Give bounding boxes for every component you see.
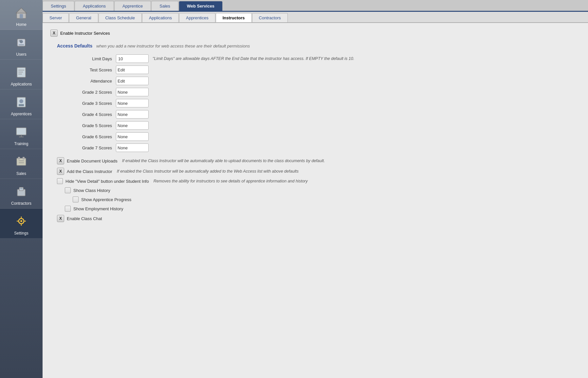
sub-tab-applications-sub-tab[interactable]: Applications — [142, 13, 179, 22]
form-select-grade6-scores[interactable]: NoneViewEdit — [116, 132, 149, 141]
enable-instructor-checkbox[interactable]: X — [50, 29, 58, 37]
form-section: Limit Days"Limit Days" are allowable day… — [50, 54, 580, 152]
svg-point-27 — [20, 220, 22, 222]
checkbox-enable-class-chat[interactable]: X — [57, 215, 64, 222]
top-tab-bar: SettingsApplicationsApprenticeSalesWeb S… — [43, 0, 588, 12]
settings-icon — [13, 213, 30, 230]
enable-instructor-label: Enable Instructor Services — [60, 31, 110, 36]
form-select-test-scores[interactable]: NoneViewEdit — [116, 66, 149, 74]
form-label-grade7-scores: Grade 7 Scores — [64, 145, 116, 150]
sidebar-item-label: Training — [14, 142, 28, 146]
form-label-grade6-scores: Grade 6 Scores — [64, 134, 116, 139]
svg-marker-1 — [16, 8, 27, 13]
option-note-add-class-instructor: If enabled the Class Instructor will be … — [117, 169, 299, 174]
option-row-add-class-instructor: XAdd the Class InstructorIf enabled the … — [57, 168, 580, 175]
form-row-attendance: AttendanceNoneViewEdit — [64, 77, 580, 85]
option-label-enable-doc-uploads: Enable Document Uploads — [67, 159, 118, 163]
form-label-grade4-scores: Grade 4 Scores — [64, 112, 116, 117]
option-label-show-apprentice-progress: Show Apprentice Progress — [81, 197, 131, 202]
form-select-grade3-scores[interactable]: NoneViewEdit — [116, 99, 149, 107]
access-defaults-description: when you add a new instructor for web ac… — [96, 44, 250, 48]
sidebar-item-home[interactable]: Home — [0, 0, 43, 30]
form-label-limit-days: Limit Days — [64, 56, 116, 61]
option-row-hide-view-detail: Hide "View Detail" button under Student … — [57, 178, 580, 184]
form-row-grade2-scores: Grade 2 ScoresNoneViewEdit — [64, 88, 580, 96]
sidebar-item-label: Settings — [14, 231, 28, 236]
sales-icon — [13, 153, 30, 170]
sidebar-item-label: Sales — [16, 171, 26, 176]
sidebar-item-apprentices[interactable]: Apprentices — [0, 89, 43, 119]
form-input-limit-days[interactable] — [116, 54, 149, 63]
contractors-icon — [13, 183, 30, 200]
sidebar: Home@UsersApplicationsApprenticesTrainin… — [0, 0, 43, 378]
form-select-grade2-scores[interactable]: NoneViewEdit — [116, 88, 149, 96]
checkbox-show-employment-history[interactable] — [65, 206, 71, 212]
option-label-show-class-history: Show Class History — [73, 188, 110, 193]
form-label-test-scores: Test Scores — [64, 67, 116, 72]
sidebar-item-settings[interactable]: Settings — [0, 209, 43, 238]
option-row-enable-doc-uploads: XEnable Document UploadsIf enabled the C… — [57, 157, 580, 164]
form-row-grade3-scores: Grade 3 ScoresNoneViewEdit — [64, 99, 580, 107]
form-label-attendance: Attendance — [64, 79, 116, 84]
top-tab-sales-tab[interactable]: Sales — [151, 1, 178, 11]
svg-point-12 — [19, 99, 23, 103]
option-row-show-class-history: Show Class History — [57, 187, 580, 193]
checkbox-show-apprentice-progress[interactable] — [73, 197, 79, 202]
svg-rect-25 — [20, 188, 23, 189]
access-defaults-link[interactable]: Access Defaults — [57, 43, 92, 48]
users-icon: @ — [13, 34, 30, 51]
option-note-enable-doc-uploads: If enabled the Class Instructor will be … — [122, 159, 325, 163]
option-row-enable-class-chat: XEnable Class Chat — [57, 215, 580, 222]
option-label-show-employment-history: Show Employment History — [73, 206, 123, 211]
sidebar-item-label: Home — [16, 22, 27, 27]
form-label-grade3-scores: Grade 3 Scores — [64, 101, 116, 106]
form-select-grade5-scores[interactable]: NoneViewEdit — [116, 121, 149, 130]
svg-rect-14 — [16, 128, 26, 135]
svg-rect-21 — [18, 157, 20, 160]
form-label-grade2-scores: Grade 2 Scores — [64, 90, 116, 95]
form-row-test-scores: Test ScoresNoneViewEdit — [64, 66, 580, 74]
form-select-grade4-scores[interactable]: NoneViewEdit — [116, 110, 149, 119]
checkbox-add-class-instructor[interactable]: X — [57, 168, 64, 175]
sidebar-item-users[interactable]: @Users — [0, 30, 43, 60]
form-select-grade7-scores[interactable]: NoneViewEdit — [116, 143, 149, 152]
sub-tab-apprentices-sub-tab[interactable]: Apprentices — [179, 13, 215, 22]
form-row-limit-days: Limit Days"Limit Days" are allowable day… — [64, 54, 580, 63]
form-note-limit-days: "Limit Days" are allowable days AFTER th… — [153, 56, 354, 61]
sub-tab-general-tab[interactable]: General — [69, 13, 98, 22]
enable-instructor-row: X Enable Instructor Services — [50, 29, 580, 37]
form-row-grade4-scores: Grade 4 ScoresNoneViewEdit — [64, 110, 580, 119]
sub-tab-class-schedule-tab[interactable]: Class Schedule — [99, 13, 142, 22]
option-row-show-apprentice-progress: Show Apprentice Progress — [57, 197, 580, 202]
form-row-grade6-scores: Grade 6 ScoresNoneViewEdit — [64, 132, 580, 141]
checkbox-options-section: XEnable Document UploadsIf enabled the C… — [50, 157, 580, 222]
top-tab-web-services-tab[interactable]: Web Services — [179, 1, 223, 11]
sidebar-item-label: Apprentices — [11, 112, 31, 116]
sub-tab-server-tab[interactable]: Server — [43, 13, 69, 22]
option-label-enable-class-chat: Enable Class Chat — [67, 216, 102, 221]
svg-text:@: @ — [19, 40, 21, 42]
main-area: SettingsApplicationsApprenticeSalesWeb S… — [43, 0, 588, 378]
checkbox-hide-view-detail[interactable] — [57, 178, 63, 184]
sidebar-item-applications[interactable]: Applications — [0, 60, 43, 89]
form-select-attendance[interactable]: NoneViewEdit — [116, 77, 149, 85]
top-tab-applications-tab[interactable]: Applications — [75, 1, 114, 11]
sidebar-item-training[interactable]: Training — [0, 119, 43, 149]
content-area: X Enable Instructor Services Access Defa… — [43, 23, 588, 378]
sub-tab-bar: ServerGeneralClass ScheduleApplicationsA… — [43, 12, 588, 23]
sub-tab-contractors-sub-tab[interactable]: Contractors — [252, 13, 288, 22]
sidebar-item-label: Contractors — [11, 201, 31, 206]
form-row-grade7-scores: Grade 7 ScoresNoneViewEdit — [64, 143, 580, 152]
top-tab-apprentice-tab[interactable]: Apprentice — [114, 1, 151, 11]
top-tab-settings-tab[interactable]: Settings — [43, 1, 74, 11]
sidebar-item-contractors[interactable]: Contractors — [0, 179, 43, 209]
checkbox-enable-doc-uploads[interactable]: X — [57, 157, 64, 164]
form-row-grade5-scores: Grade 5 ScoresNoneViewEdit — [64, 121, 580, 130]
sidebar-item-sales[interactable]: Sales — [0, 149, 43, 179]
access-defaults-row: Access Defaults when you add a new instr… — [50, 43, 580, 48]
home-icon — [13, 4, 30, 21]
sub-tab-instructors-sub-tab[interactable]: Instructors — [216, 13, 252, 22]
option-label-add-class-instructor: Add the Class Instructor — [67, 169, 112, 174]
svg-rect-7 — [17, 67, 26, 77]
checkbox-show-class-history[interactable] — [65, 187, 71, 193]
